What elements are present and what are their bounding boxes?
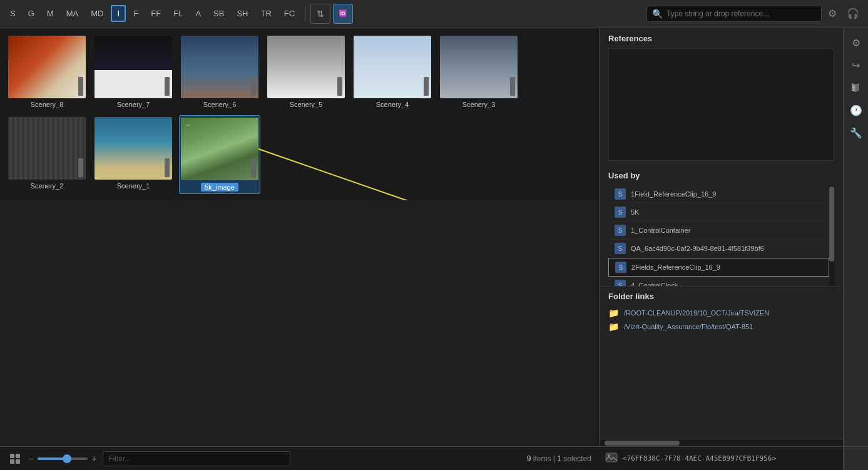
- toolbar-btn-FL[interactable]: FL: [168, 6, 188, 21]
- horizontal-scrollbar[interactable]: [600, 439, 843, 446]
- thumb-indicator: [337, 77, 342, 96]
- toolbar-btn-A[interactable]: A: [190, 6, 206, 21]
- toolbar-btn-S[interactable]: S: [5, 6, 21, 21]
- grid-view-btn[interactable]: [8, 451, 23, 466]
- used-by-title: Used by: [608, 171, 834, 180]
- asset-item-scenery2[interactable]: Scenery_2: [6, 115, 88, 194]
- horizontal-scrollbar-thumb: [605, 441, 680, 446]
- used-by-section: Used by: [600, 165, 843, 185]
- used-by-item-5[interactable]: S 4_ControlClock: [608, 277, 829, 286]
- thumb-indicator: [78, 158, 83, 177]
- folder-links-title: Folder links: [608, 292, 834, 301]
- toolbar-btn-SB[interactable]: SB: [208, 6, 229, 21]
- asset-item-scenery1[interactable]: Scenery_1: [93, 115, 174, 194]
- sidebar-settings-btn[interactable]: ⚙: [846, 33, 866, 53]
- s-badge: S: [615, 262, 626, 273]
- filter-input[interactable]: [103, 451, 290, 466]
- sort-button[interactable]: ⇅: [310, 4, 330, 24]
- scrollbar-track: [829, 185, 834, 286]
- info-icon: 🆔: [339, 9, 347, 18]
- asset-item-scenery3[interactable]: Scenery_3: [438, 34, 519, 110]
- grid-icon: [9, 453, 21, 464]
- asset-thumb-scenery6: [181, 36, 258, 98]
- asset-label-scenery8: Scenery_8: [31, 101, 64, 108]
- toolbar-btn-F[interactable]: F: [128, 6, 143, 21]
- used-by-item-3[interactable]: S QA_6ac4d90c-0af2-9b49-8e81-4f581f39bf6: [608, 240, 829, 258]
- zoom-slider[interactable]: [38, 457, 88, 460]
- bottom-hash-bar: <76FF838C-7F78-4AEC-A45EB997CFB1F956>: [599, 446, 843, 470]
- folder-icon-dark: 📁: [608, 308, 619, 318]
- zoom-minus[interactable]: −: [29, 454, 34, 464]
- asset-item-scenery4[interactable]: Scenery_4: [352, 34, 433, 110]
- map-icon: [850, 82, 862, 93]
- headphones-button[interactable]: 🎧: [843, 5, 863, 22]
- used-by-item-0[interactable]: S 1Field_ReferenceClip_16_9: [608, 185, 829, 203]
- selected-label: selected: [563, 454, 591, 463]
- svg-rect-6: [16, 454, 20, 458]
- sidebar-bottom-spacer: [843, 446, 868, 470]
- toolbar-btn-I[interactable]: I: [111, 5, 126, 22]
- hash-value: <76FF838C-7F78-4AEC-A45EB997CFB1F956>: [623, 454, 776, 462]
- sidebar-export-btn[interactable]: ↪: [846, 55, 866, 75]
- thumb-indicator: [251, 159, 256, 178]
- info-button[interactable]: 🆔: [333, 4, 353, 24]
- toolbar-btn-MA[interactable]: MA: [61, 6, 84, 21]
- used-by-list[interactable]: S 1Field_ReferenceClip_16_9 S 5K S 1_Con…: [608, 185, 829, 286]
- toolbar-btn-TR[interactable]: TR: [256, 6, 277, 21]
- sidebar-map-btn[interactable]: [846, 78, 866, 98]
- toolbar-btn-SH[interactable]: SH: [232, 6, 253, 21]
- toolbar-btn-FC[interactable]: FC: [279, 6, 300, 21]
- asset-item-scenery7[interactable]: Scenery_7: [93, 34, 174, 110]
- used-by-item-2[interactable]: S 1_ControlContainer: [608, 222, 829, 240]
- toolbar-btn-G[interactable]: G: [23, 6, 39, 21]
- asset-thumb-scenery3: [440, 36, 518, 98]
- used-by-label-4: 2Fields_ReferenceClip_16_9: [631, 263, 720, 271]
- thumb-indicator: [165, 158, 170, 177]
- asset-label-scenery7: Scenery_7: [117, 101, 150, 108]
- thumb-indicator: [78, 77, 83, 96]
- used-by-item-1[interactable]: S 5K: [608, 203, 829, 222]
- asset-thumb-scenery5: [267, 36, 345, 98]
- folder-link-0[interactable]: 📁 /ROOT-CLEANUP/2019/10_OCT/Jira/TSVIZEN: [608, 306, 834, 320]
- scrollbar-thumb[interactable]: [829, 186, 834, 262]
- bottom-status: 9 items | 1 selected: [297, 454, 591, 463]
- sidebar-tools-btn[interactable]: 🔧: [846, 123, 866, 143]
- folder-link-1[interactable]: 📁 /Vizrt-Quality_Assurance/Flo/test/QAT-…: [608, 320, 834, 334]
- toolbar-btn-MD[interactable]: MD: [86, 6, 108, 21]
- asset-thumb-scenery8: [8, 36, 86, 98]
- hash-image-icon: [605, 452, 618, 462]
- used-by-item-4[interactable]: S 2Fields_ReferenceClip_16_9: [608, 258, 829, 277]
- used-by-label-0: 1Field_ReferenceClip_16_9: [631, 190, 716, 198]
- toolbar-btn-M[interactable]: M: [42, 6, 59, 21]
- asset-thumb-scenery4: [354, 36, 431, 98]
- asset-label-scenery3: Scenery_3: [462, 101, 496, 108]
- toolbar-btn-FF[interactable]: FF: [146, 6, 166, 21]
- asset-item-scenery6[interactable]: Scenery_6: [179, 34, 260, 110]
- asset-thumb-scenery7: [94, 36, 172, 98]
- search-box: 🔍: [646, 6, 822, 22]
- asset-label-scenery1: Scenery_1: [117, 182, 150, 190]
- items-label: items: [533, 454, 551, 463]
- asset-item-5k[interactable]: ✂ 5k_image: [179, 115, 260, 194]
- svg-rect-7: [10, 459, 14, 464]
- svg-rect-8: [16, 459, 20, 464]
- right-panel: References Used by S 1Field_ReferenceCli…: [599, 28, 843, 446]
- asset-thumb-5k: ✂: [181, 118, 258, 180]
- asset-thumb-scenery2: [8, 117, 86, 180]
- asset-item-scenery5[interactable]: Scenery_5: [265, 34, 347, 110]
- asset-label-scenery6: Scenery_6: [203, 101, 237, 108]
- panel-spacer: [600, 339, 843, 439]
- s-badge: S: [615, 225, 626, 236]
- thumb-indicator: [165, 77, 170, 96]
- used-by-label-2: 1_ControlContainer: [631, 227, 690, 234]
- zoom-plus[interactable]: +: [91, 454, 96, 464]
- search-input[interactable]: [666, 9, 816, 18]
- asset-label-scenery4: Scenery_4: [376, 101, 409, 108]
- used-by-container: S 1Field_ReferenceClip_16_9 S 5K S 1_Con…: [608, 185, 834, 286]
- settings-button[interactable]: ⚙: [824, 5, 840, 22]
- folder-links-section: Folder links 📁 /ROOT-CLEANUP/2019/10_OCT…: [600, 286, 843, 339]
- sidebar-history-btn[interactable]: 🕐: [846, 100, 866, 120]
- svg-point-3: [852, 86, 855, 88]
- folder-link-label-0: /ROOT-CLEANUP/2019/10_OCT/Jira/TSVIZEN: [624, 309, 769, 317]
- asset-item-scenery8[interactable]: Scenery_8: [6, 34, 88, 110]
